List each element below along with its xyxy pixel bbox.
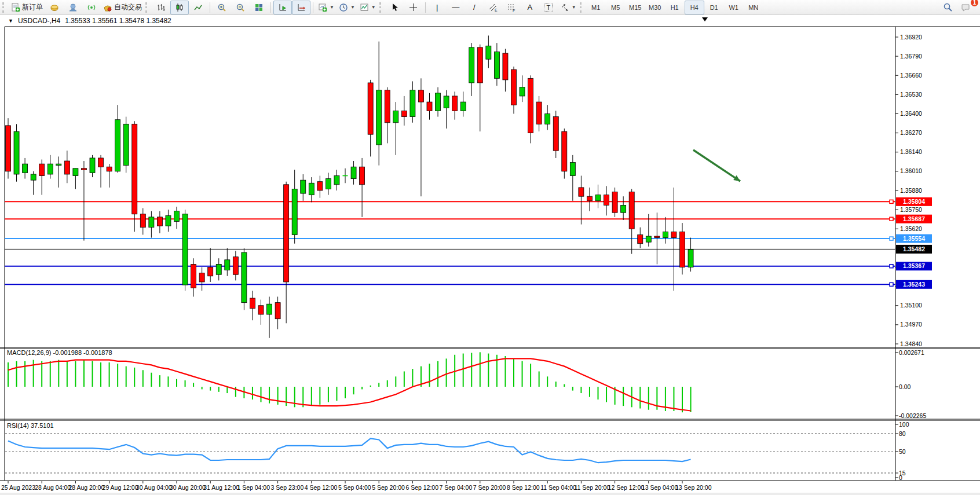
svg-text:1.36140: 1.36140 xyxy=(900,148,922,155)
chart-symbol-title: USDCAD-,H4 xyxy=(18,17,60,25)
horizontal-line-tool[interactable]: — xyxy=(447,1,465,14)
svg-text:1.35482: 1.35482 xyxy=(903,245,925,252)
text-tool[interactable]: A xyxy=(521,1,539,14)
svg-text:5 Sep 04:00: 5 Sep 04:00 xyxy=(338,484,371,491)
timeframe-w1[interactable]: W1 xyxy=(724,1,744,14)
search-button[interactable] xyxy=(938,1,957,14)
auto-trading-icon xyxy=(103,3,112,12)
timeframe-m15[interactable]: M15 xyxy=(626,1,645,14)
horizontal-line-icon: — xyxy=(452,3,459,12)
svg-text:11 Sep 04:00: 11 Sep 04:00 xyxy=(540,484,576,491)
svg-text:1.35367: 1.35367 xyxy=(903,262,925,269)
svg-text:0.00: 0.00 xyxy=(899,383,911,390)
svg-text:7 Sep 04:00: 7 Sep 04:00 xyxy=(440,484,473,491)
signals-button[interactable] xyxy=(82,1,101,14)
svg-text:-0.002265: -0.002265 xyxy=(899,412,926,419)
chart-title-bar[interactable]: ▼ USDCAD-,H4 1.35533 1.35561 1.35478 1.3… xyxy=(8,17,171,25)
zoom-out-button[interactable] xyxy=(231,1,250,14)
crosshair-icon xyxy=(409,3,418,12)
timeframe-m5[interactable]: M5 xyxy=(606,1,626,14)
timeframe-h1[interactable]: H1 xyxy=(665,1,685,14)
timeframe-d1[interactable]: D1 xyxy=(704,1,724,14)
svg-text:50: 50 xyxy=(899,448,906,455)
chart-ohlc-values: 1.35533 1.35561 1.35478 1.35482 xyxy=(65,17,171,25)
timeframe-h4[interactable]: H4 xyxy=(685,1,704,14)
search-icon xyxy=(943,2,953,12)
svg-text:1.36400: 1.36400 xyxy=(900,110,922,117)
toolbar-separator xyxy=(210,2,210,13)
auto-trading-button[interactable]: 自动交易 xyxy=(101,1,144,14)
svg-text:0: 0 xyxy=(899,474,902,481)
fibonacci-tool[interactable]: F xyxy=(502,1,521,14)
chevron-down-icon: ▼ xyxy=(572,5,576,10)
clock-icon xyxy=(339,3,348,12)
svg-text:100: 100 xyxy=(899,421,909,428)
svg-text:1.35750: 1.35750 xyxy=(900,206,922,213)
cursor-button[interactable] xyxy=(386,1,404,14)
text-icon: A xyxy=(527,3,532,12)
svg-text:1.36270: 1.36270 xyxy=(900,129,922,136)
line-chart-icon xyxy=(193,3,203,12)
timeframe-m30[interactable]: M30 xyxy=(645,1,665,14)
svg-text:4 Sep 12:00: 4 Sep 12:00 xyxy=(305,484,338,491)
text-label-tool[interactable]: T xyxy=(539,1,558,14)
candlestick-chart-button[interactable] xyxy=(170,1,189,14)
svg-text:1.36530: 1.36530 xyxy=(900,91,922,98)
period-dropdown[interactable]: ▼ xyxy=(337,1,357,14)
new-chart-dropdown[interactable]: ▼ xyxy=(316,1,337,14)
timeframe-mn[interactable]: MN xyxy=(744,1,763,14)
cursor-icon xyxy=(391,3,399,12)
svg-text:29 Aug 12:00: 29 Aug 12:00 xyxy=(103,484,138,491)
svg-text:1.35554: 1.35554 xyxy=(903,235,925,242)
chat-bubble-icon xyxy=(961,3,971,12)
zoom-in-icon xyxy=(217,3,226,12)
bar-chart-button[interactable] xyxy=(152,1,170,14)
fibonacci-icon: F xyxy=(507,3,516,12)
collapse-triangle-icon[interactable]: ▼ xyxy=(8,18,13,24)
svg-text:1.36660: 1.36660 xyxy=(900,72,922,79)
svg-text:1.36010: 1.36010 xyxy=(900,167,922,174)
chevron-down-icon: ▼ xyxy=(371,5,376,10)
channel-tool[interactable]: E xyxy=(484,1,502,14)
svg-text:1.34970: 1.34970 xyxy=(900,321,922,328)
chevron-down-icon: ▼ xyxy=(330,5,334,10)
arrows-dropdown[interactable]: ▼ xyxy=(558,1,579,14)
candlestick-icon xyxy=(175,3,184,12)
new-order-label: 新订单 xyxy=(22,2,43,12)
svg-text:1.35243: 1.35243 xyxy=(903,281,925,288)
toolbar-grip xyxy=(580,2,584,13)
svg-text:8 Sep 12:00: 8 Sep 12:00 xyxy=(507,484,540,491)
notification-badge: 1 xyxy=(971,0,978,6)
toolbar-separator xyxy=(313,2,313,13)
svg-text:30 Aug 04:00: 30 Aug 04:00 xyxy=(136,484,172,491)
tile-windows-button[interactable] xyxy=(250,1,268,14)
toolbar-separator xyxy=(270,2,271,13)
terminal-icon xyxy=(68,3,78,12)
line-chart-button[interactable] xyxy=(189,1,207,14)
chart-shift-button[interactable] xyxy=(292,1,310,14)
zoom-in-button[interactable] xyxy=(213,1,231,14)
bar-chart-icon xyxy=(156,3,166,12)
template-dropdown[interactable]: ▼ xyxy=(357,1,378,14)
terminal-button[interactable] xyxy=(64,1,82,14)
auto-scroll-button[interactable] xyxy=(273,1,292,14)
vertical-line-tool[interactable]: | xyxy=(428,1,447,14)
text-label-icon: T xyxy=(544,3,553,12)
svg-text:1.36920: 1.36920 xyxy=(900,34,922,41)
notifications-button[interactable]: 1 xyxy=(957,1,975,14)
main-toolbar: 新订单 自动交易 xyxy=(0,0,980,15)
timeframe-m1[interactable]: M1 xyxy=(586,1,606,14)
trendline-tool[interactable]: / xyxy=(465,1,484,14)
template-icon xyxy=(360,3,369,12)
chart-canvas[interactable]: 1.369201.367901.366601.365301.364001.362… xyxy=(0,0,980,495)
tile-windows-icon xyxy=(254,3,264,12)
vertical-line-icon: | xyxy=(436,3,438,12)
toolbar-grip xyxy=(379,2,384,13)
svg-text:80: 80 xyxy=(899,430,906,437)
trendline-icon: / xyxy=(473,3,476,12)
crosshair-button[interactable] xyxy=(404,1,423,14)
toolbar-grip xyxy=(145,2,150,13)
new-order-button[interactable]: 新订单 xyxy=(9,1,45,14)
market-watch-button[interactable] xyxy=(45,1,64,14)
svg-text:1 Sep 04:00: 1 Sep 04:00 xyxy=(237,484,270,491)
